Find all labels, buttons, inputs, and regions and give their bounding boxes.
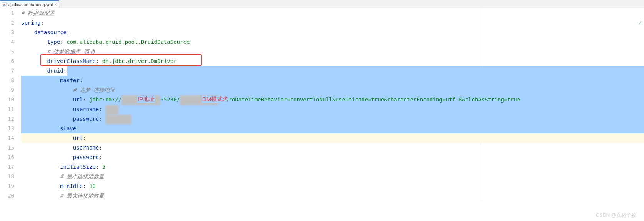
annotation-schema: DM模式名 <box>202 96 229 103</box>
code-area[interactable]: # 数据源配置spring: datasource: type: com.ali… <box>21 8 644 201</box>
line-number: 10 <box>0 95 14 105</box>
inspection-ok-icon: ✓ <box>639 19 642 25</box>
line-number: 3 <box>0 28 14 37</box>
line-number: 19 <box>0 181 14 191</box>
code-line[interactable]: initialSize: 5 <box>21 162 644 172</box>
line-number: 12 <box>0 114 14 124</box>
line-number: 20 <box>0 191 14 201</box>
code-line[interactable]: # 最大连接池数量 <box>21 191 644 201</box>
file-tab[interactable]: YML application-dameng.yml × <box>0 0 59 8</box>
code-line[interactable]: # 数据源配置 <box>21 8 644 18</box>
line-number: 5 <box>0 47 14 56</box>
line-number: 7 <box>0 66 14 76</box>
line-number: 15 <box>0 143 14 153</box>
line-number: 1 <box>0 8 14 18</box>
tab-filename: application-dameng.yml <box>8 2 53 7</box>
line-number: 2 <box>0 18 14 28</box>
code-line[interactable]: url: jdbc:dm://xxxxxxxxxxxx:5236/xxxxxxx… <box>21 95 644 105</box>
line-number: 16 <box>0 153 14 162</box>
line-number: 4 <box>0 37 14 47</box>
code-line[interactable]: type: com.alibaba.druid.pool.DruidDataSo… <box>21 37 644 47</box>
editor-tab-bar: YML application-dameng.yml × <box>0 0 644 8</box>
code-line[interactable]: druid: <box>21 66 644 76</box>
svg-text:YML: YML <box>3 4 6 5</box>
code-line[interactable]: username: xxxx <box>21 105 644 114</box>
code-line[interactable]: password: <box>21 153 644 162</box>
line-number: 17 <box>0 162 14 172</box>
line-number: 18 <box>0 172 14 181</box>
code-line[interactable]: password: xxxxxxxx <box>21 114 644 124</box>
line-number: 6 <box>0 56 14 66</box>
code-line[interactable]: url: <box>21 133 644 143</box>
code-line[interactable]: master: <box>21 76 644 85</box>
code-editor[interactable]: 1234567891011121314151617181920 💡 # 数据源配… <box>0 8 644 201</box>
code-line[interactable]: minIdle: 10 <box>21 181 644 191</box>
code-line[interactable]: # 最小连接池数量 <box>21 172 644 181</box>
line-number: 11 <box>0 105 14 114</box>
yaml-file-icon: YML <box>2 2 7 7</box>
code-line[interactable]: # 达梦数据库 驱动 <box>21 47 644 56</box>
code-line[interactable]: driverClassName: dm.jdbc.driver.DmDriver <box>21 56 644 66</box>
line-number: 14 <box>0 133 14 143</box>
line-number: 13 <box>0 124 14 133</box>
line-number: 8 <box>0 76 14 85</box>
line-gutter: 1234567891011121314151617181920 <box>0 8 21 201</box>
line-number: 9 <box>0 85 14 95</box>
code-line[interactable]: spring: <box>21 18 644 28</box>
annotation-ip: IP地址 <box>137 96 155 103</box>
code-line[interactable]: username: <box>21 143 644 153</box>
code-line[interactable]: slave: <box>21 124 644 133</box>
code-line[interactable]: datasource: <box>21 28 644 37</box>
tab-close-icon[interactable]: × <box>54 3 57 7</box>
code-line[interactable]: # 达梦 连接地址 <box>21 85 644 95</box>
